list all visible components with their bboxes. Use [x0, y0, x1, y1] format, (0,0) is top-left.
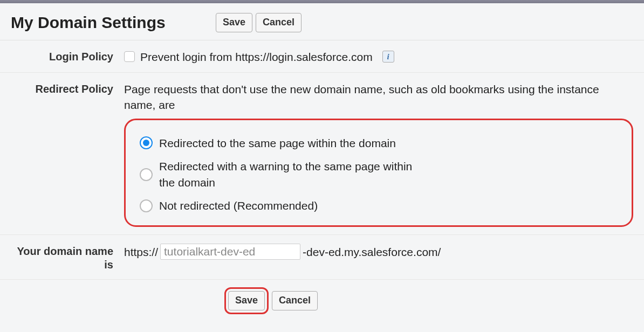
redirect-option-not-redirected-radio[interactable]: [140, 199, 153, 212]
redirect-options-highlight: Redirected to the same page within the d…: [124, 119, 633, 227]
redirect-option-not-redirected-label: Not redirected (Recommended): [159, 198, 318, 213]
cancel-button-top[interactable]: Cancel: [256, 13, 302, 32]
redirect-option-same-page-radio[interactable]: [140, 136, 153, 149]
domain-prefix: https://: [124, 244, 158, 260]
header-row: My Domain Settings Save Cancel: [0, 3, 644, 40]
redirect-policy-row: Redirect Policy Page requests that don't…: [0, 73, 644, 235]
redirect-policy-description: Page requests that don't use the new dom…: [124, 81, 633, 113]
redirect-option-warning-radio[interactable]: [140, 168, 153, 181]
save-button-highlight: Save: [224, 287, 269, 314]
login-policy-label: Login Policy: [11, 49, 124, 64]
cancel-button-bottom[interactable]: Cancel: [272, 291, 318, 310]
redirect-policy-label: Redirect Policy: [11, 81, 124, 96]
redirect-option-warning-label: Redirected with a warning to the same pa…: [159, 158, 427, 190]
save-button-top[interactable]: Save: [216, 13, 252, 32]
prevent-login-label: Prevent login from https://login.salesfo…: [140, 49, 373, 65]
domain-suffix: -dev-ed.my.salesforce.com/: [303, 244, 441, 260]
footer-row: Save Cancel: [0, 279, 644, 325]
domain-name-row: Your domain name is https:// -dev-ed.my.…: [0, 235, 644, 279]
login-policy-row: Login Policy Prevent login from https://…: [0, 40, 644, 73]
prevent-login-checkbox[interactable]: [124, 51, 135, 62]
page-title: My Domain Settings: [11, 13, 216, 32]
info-icon[interactable]: i: [382, 51, 394, 63]
save-button-bottom[interactable]: Save: [228, 291, 265, 310]
domain-name-label: Your domain name is: [11, 244, 124, 272]
domain-name-input[interactable]: [160, 244, 300, 260]
redirect-option-same-page-label: Redirected to the same page within the d…: [159, 135, 396, 151]
